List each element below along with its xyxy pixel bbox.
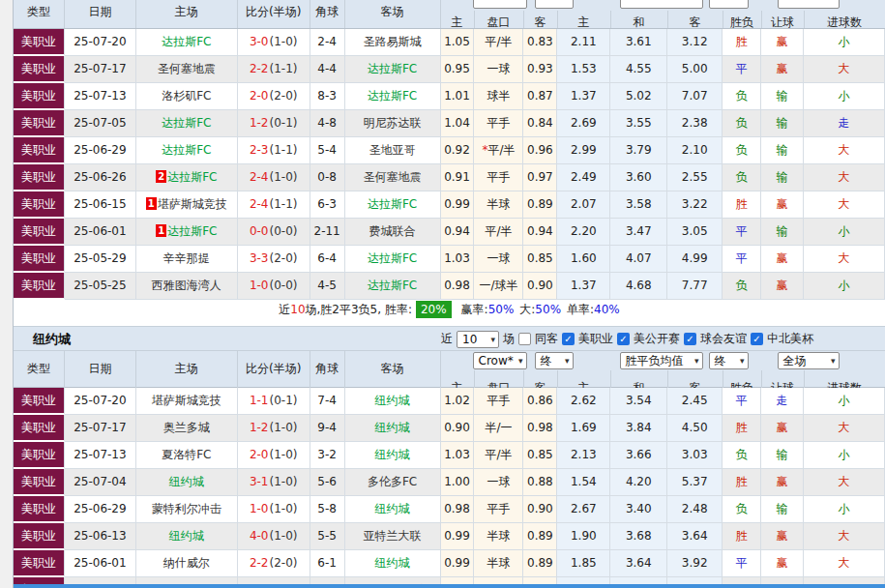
cell-ah-away: 0.96 [523,137,557,164]
table-row: 美职业25-07-05达拉斯FC1-2(0-1)4-8明尼苏达联1.04平手0.… [14,110,885,137]
away-team-link[interactable]: 达拉斯FC [368,89,417,103]
recent-count-select[interactable]: 10 [457,331,499,348]
league-checkbox-mls[interactable] [562,333,575,345]
home-team-link[interactable]: 达拉斯FC [167,170,217,184]
cell-ah-away: 0.89 [523,191,557,219]
home-team-link[interactable]: 达拉斯FC [162,35,211,48]
section-title: 纽约城 [33,327,71,351]
odds-company-select[interactable]: Crow* [473,352,527,369]
away-team-link[interactable]: 纽约城 [375,448,410,461]
away-team-link[interactable]: 纽约城 [375,421,410,434]
cell-date: 25-06-13 [65,523,136,550]
cell-home: 堪萨斯城竞技 [136,388,238,415]
home-team-link[interactable]: 纽约城 [169,529,204,543]
cell-corners: 6-4 [310,246,345,273]
cell-score: 2-3(1-1) [238,137,310,164]
league-checkbox-concacaf[interactable] [751,333,763,345]
away-team-link[interactable]: 纽约城 [375,502,410,515]
odds-avg-select[interactable]: 胜平负均值 [620,352,703,369]
cell-odds-home: 1.90 [557,523,610,550]
cell-handicap-result: 输 [761,164,804,191]
bottom-divider [14,584,885,588]
cell-handicap-result: 赢 [761,246,804,273]
half-time-score: (1-0) [270,421,298,434]
cell-result: 平 [723,388,761,415]
big-rate-label: 大: [519,303,535,316]
col-header-odds-home: 主 [558,11,611,29]
cell-corners: 2-4 [310,29,345,56]
full-time-score: 1-0 [250,279,269,292]
cell-home: 1达拉斯FC [136,219,238,246]
cell-ah-line: 半球 [474,523,523,550]
cell-score: 2-4(1-1) [238,191,310,219]
league-label-friendly: 球会友谊 [700,331,747,347]
cell-league: 美职业 [14,191,65,219]
cell-home: 夏洛特FC [136,442,238,469]
away-team-link[interactable]: 达拉斯FC [368,62,417,75]
scope-select[interactable]: 全场 [778,352,840,369]
cell-odds-draw: 3.60 [610,164,667,191]
cell-odds-home: 1.37 [557,273,610,300]
cell-ah-home: 1.04 [441,110,475,137]
odds-final-select[interactable]: 终 [709,352,749,369]
table2-rows: 美职业25-07-20堪萨斯城竞技1-1(0-1)7-4纽约城1.02平手0.8… [14,388,885,588]
filter-bar: 近 10 场 同客 美职业 美公开赛 球会友谊 中北美杯 [441,327,813,351]
cell-handicap-result: 输 [761,83,804,110]
home-team-link[interactable]: 达拉斯FC [162,143,211,157]
cell-away: 纽约城 [345,388,441,415]
cell-odds-away: 2.10 [667,137,723,164]
company-select-clipped[interactable] [473,0,527,9]
cell-ah-home: 0.99 [441,523,475,550]
cell-home: 纽约城 [136,523,238,550]
cell-odds-away: 3.03 [667,442,723,469]
cell-date: 25-07-17 [65,56,136,83]
cell-home: 洛杉矶FC [136,83,238,110]
cell-date: 25-07-04 [65,469,136,496]
league-checkbox-open-cup[interactable] [617,333,630,345]
ah-final-select[interactable]: 终 [535,352,574,369]
full-time-score: 3-1 [250,475,269,488]
league-checkbox-friendly[interactable] [684,333,696,345]
table-row: 美职业25-05-25西雅图海湾人1-0(0-0)4-5达拉斯FC0.98一/球… [14,273,885,300]
same-away-checkbox[interactable] [518,333,531,345]
home-team-link[interactable]: 达拉斯FC [167,224,217,238]
cell-ah-line: 平/半 [474,29,523,56]
cell-odds-home: 1.53 [557,56,610,83]
cell-ah-line: 平/半 [474,219,523,246]
live-badge: 1 [156,224,166,237]
cell-ah-away: 0.85 [523,442,557,469]
cell-date: 25-06-15 [65,191,136,219]
away-team-link[interactable]: 纽约城 [375,556,410,570]
final-select2-clipped[interactable] [709,0,749,9]
cell-handicap-result: 赢 [761,550,804,577]
summary-record: 场,胜2平3负5, 胜率: [306,303,412,316]
cell-odds-home: 2.99 [557,137,610,164]
away-team-link: 圣何塞地震 [364,170,422,184]
full-time-score: 1-0 [250,502,269,515]
cell-ah-away: 0.83 [523,29,557,56]
away-team-link[interactable]: 达拉斯FC [368,197,417,211]
cell-handicap-result: 赢 [761,191,804,219]
cell-result: 负 [723,442,761,469]
away-team-link[interactable]: 纽约城 [375,394,410,407]
cell-corners: 6-1 [310,550,345,577]
handicap-rate-label: 赢率: [461,303,488,316]
home-team-link[interactable]: 纽约城 [169,475,204,488]
cell-odds-home: 2.07 [557,191,610,219]
cell-result: 胜 [723,29,761,56]
cell-handicap-result: 输 [761,137,804,164]
scope-select-clipped[interactable] [778,0,840,9]
cell-ah-home: 0.90 [441,415,475,442]
avg-select-clipped[interactable] [620,0,703,9]
away-team-link[interactable]: 达拉斯FC [368,279,417,292]
cell-result: 胜 [723,469,761,496]
handicap-rate-value: 50% [488,303,515,316]
cell-away: 达拉斯FC [345,246,441,273]
table-row: 美职业25-05-29辛辛那提3-3(2-0)6-4达拉斯FC1.03一球0.8… [14,246,885,273]
final-select-clipped[interactable] [535,0,574,9]
home-team-link[interactable]: 达拉斯FC [162,116,211,130]
cell-ah-home: 1.03 [441,246,475,273]
cell-odds-draw: 3.84 [610,415,667,442]
half-time-score: (2-0) [270,89,298,103]
away-team-link[interactable]: 达拉斯FC [368,251,417,265]
